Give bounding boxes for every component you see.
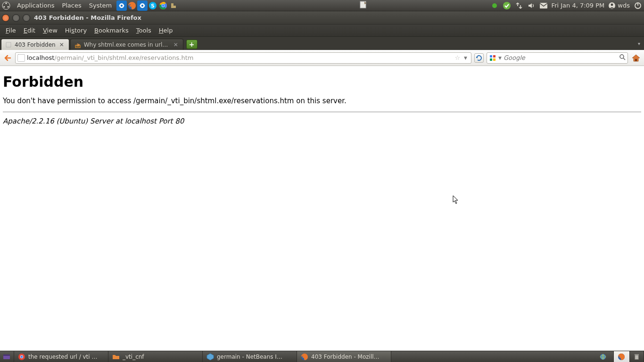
menu-help[interactable]: Help [155, 27, 177, 34]
mouse-cursor-icon [453, 195, 459, 205]
tabs-dropdown-icon[interactable]: ▾ [635, 41, 643, 46]
taskbar-label: germain - NetBeans I… [217, 354, 282, 360]
window-close-button[interactable] [2, 14, 9, 22]
window-titlebar: 403 Forbidden - Mozilla Firefox [0, 11, 644, 25]
window-title-text: 403 Forbidden - Mozilla Firefox [34, 14, 141, 21]
tab-shtml-question[interactable]: Why shtml.exe comes in url … ✕ [70, 39, 183, 50]
search-box[interactable]: ▼ [487, 52, 628, 64]
svg-point-51 [600, 354, 606, 360]
site-identity-icon[interactable] [17, 54, 25, 62]
network-indicator-icon[interactable] [515, 1, 523, 10]
back-button[interactable] [3, 53, 12, 63]
teamviewer-icon[interactable] [116, 0, 127, 11]
menu-edit[interactable]: Edit [20, 27, 39, 34]
svg-rect-45 [3, 354, 10, 356]
taskbar-label: the requested url / vti … [28, 354, 97, 360]
svg-point-24 [503, 2, 511, 9]
places-menu[interactable]: Places [58, 2, 85, 9]
error-message: You don't have permission to access /ger… [3, 97, 641, 105]
tab-close-icon[interactable]: ✕ [173, 41, 179, 48]
quicklaunch-tray: S [116, 0, 179, 11]
applications-menu[interactable]: Applications [13, 2, 58, 9]
teamviewer2-icon[interactable] [137, 0, 148, 11]
misc-launcher-icon[interactable] [168, 0, 179, 11]
netbeans-icon [206, 353, 214, 361]
user-menu[interactable]: wds [608, 2, 630, 9]
svg-point-23 [492, 3, 497, 8]
volume-indicator-icon[interactable] [527, 1, 536, 10]
svg-rect-38 [490, 58, 492, 61]
search-engine-dropdown-icon[interactable]: ▼ [498, 56, 502, 60]
search-go-icon[interactable] [619, 54, 626, 62]
show-desktop-button[interactable] [0, 351, 14, 362]
page-content: Forbidden You don't have permission to a… [0, 66, 644, 128]
url-bar[interactable]: localhost/germain/_vti_bin/shtml.exe/res… [15, 52, 471, 64]
url-path: /germain/_vti_bin/shtml.exe/reservations… [54, 54, 193, 61]
taskbar-item-folder[interactable]: _vti_cnf [108, 351, 203, 362]
tab-label: Why shtml.exe comes in url … [84, 41, 170, 48]
svg-point-21 [162, 4, 165, 7]
taskbar-item-firefox[interactable]: 403 Forbidden - Mozill… [297, 351, 391, 362]
svg-rect-36 [490, 55, 492, 58]
firefox-menubar: File Edit View History Bookmarks Tools H… [0, 25, 644, 37]
navigation-toolbar: localhost/germain/_vti_bin/shtml.exe/res… [0, 50, 644, 66]
mail-indicator-icon[interactable] [539, 1, 548, 10]
url-host: localhost [27, 54, 54, 61]
firefox-icon [301, 353, 308, 361]
menu-view[interactable]: View [39, 27, 61, 34]
svg-line-33 [76, 45, 79, 45]
divider [3, 112, 641, 112]
tab-403-forbidden[interactable]: 403 Forbidden ✕ [1, 39, 69, 50]
taskbar-label: _vti_cnf [123, 354, 144, 360]
text-editor-indicator-icon[interactable] [359, 0, 368, 10]
url-dropdown-icon[interactable]: ▼ [464, 56, 467, 60]
tab-label: 403 Forbidden [15, 41, 56, 48]
gnome-top-panel: Applications Places System S Fri Jan 4, … [0, 0, 644, 11]
svg-point-5 [121, 4, 123, 6]
chrome-launcher-icon[interactable] [158, 0, 168, 11]
tab-close-icon[interactable]: ✕ [58, 41, 65, 48]
page-icon [5, 41, 12, 48]
reload-button[interactable] [474, 53, 484, 63]
error-heading: Forbidden [3, 74, 641, 90]
skype-icon[interactable]: S [148, 0, 158, 11]
window-minimize-button[interactable] [12, 14, 20, 22]
window-maximize-button[interactable] [23, 14, 30, 22]
chrome-icon [18, 353, 25, 361]
home-button[interactable] [631, 53, 641, 63]
svg-rect-37 [493, 55, 495, 58]
menu-history[interactable]: History [61, 27, 91, 34]
gnome-bottom-panel: the requested url / vti … _vti_cnf germa… [0, 351, 644, 362]
taskbar-item-chrome[interactable]: the requested url / vti … [14, 351, 108, 362]
svg-rect-39 [493, 58, 495, 61]
ubuntu-logo-icon[interactable] [2, 1, 10, 10]
svg-point-10 [141, 4, 143, 6]
google-icon[interactable] [489, 54, 496, 62]
window-controls [2, 14, 30, 22]
trash-icon[interactable] [630, 351, 644, 362]
svg-point-1 [5, 2, 7, 4]
menu-file[interactable]: File [2, 27, 20, 34]
recording-indicator-icon[interactable] [490, 1, 499, 10]
url-text[interactable]: localhost/germain/_vti_bin/shtml.exe/res… [27, 54, 453, 61]
svg-rect-54 [635, 355, 638, 359]
power-icon[interactable] [634, 1, 642, 10]
new-tab-button[interactable]: + [186, 40, 198, 49]
search-input[interactable] [504, 54, 617, 61]
bookmark-star-icon[interactable]: ☆ [454, 54, 460, 61]
update-indicator-icon[interactable] [503, 1, 511, 10]
workspace-switcher[interactable] [595, 351, 614, 362]
svg-text:S: S [151, 3, 155, 9]
system-menu[interactable]: System [85, 2, 116, 9]
svg-rect-55 [635, 354, 639, 355]
svg-point-48 [21, 355, 23, 358]
taskbar-firefox-pin[interactable] [614, 351, 630, 362]
firefox-launcher-icon[interactable] [127, 0, 137, 11]
taskbar-label: 403 Forbidden - Mozill… [311, 354, 380, 360]
menu-tools[interactable]: Tools [132, 27, 155, 34]
menu-bookmarks[interactable]: Bookmarks [91, 27, 132, 34]
svg-point-2 [3, 6, 5, 7]
clock[interactable]: Fri Jan 4, 7:09 PM [552, 2, 605, 9]
svg-marker-49 [207, 354, 214, 360]
taskbar-item-netbeans[interactable]: germain - NetBeans I… [203, 351, 297, 362]
